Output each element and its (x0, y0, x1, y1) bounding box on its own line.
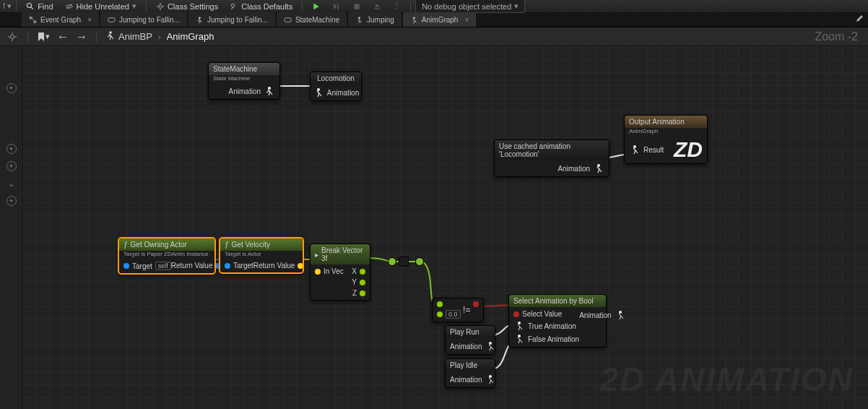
find-button[interactable]: Find (21, 1, 58, 12)
state-icon (284, 16, 292, 24)
node-output-animation[interactable]: Output Animation AnimGraph Result ZD (624, 115, 708, 164)
nav-forward-button[interactable]: 🡒 (74, 30, 87, 43)
pin-target[interactable]: Target (225, 262, 253, 270)
pose-icon (313, 87, 324, 98)
pin-result[interactable] (473, 301, 479, 307)
more-button[interactable]: ⋮ (388, 1, 406, 12)
graph-canvas[interactable]: StateMachine State Machine Animation Loc… (23, 46, 868, 409)
nav-back-button[interactable]: 🡐 (56, 30, 69, 43)
play-icon (312, 2, 321, 11)
tab-label: Event Graph (40, 16, 81, 24)
step-button[interactable] (327, 1, 346, 12)
tab-jumping-fallin-2[interactable]: Jumping to Fallin... (188, 12, 275, 27)
zd-logo: ZD (674, 139, 703, 160)
tab-animgraph[interactable]: AnimGraph × (403, 12, 476, 27)
gear-icon (156, 2, 165, 11)
reroute-knot[interactable] (388, 257, 396, 266)
rail-add-3[interactable]: + (0, 158, 22, 175)
pin-in-vec[interactable]: In Vec (315, 267, 344, 275)
node-statemachine[interactable]: StateMachine State Machine Animation (208, 62, 280, 100)
node-break-vector[interactable]: ▸Break Vector 3f In Vec X Y Z (310, 244, 370, 301)
reroute-knot[interactable] (415, 257, 424, 266)
pin-return-value[interactable]: Return Value (253, 262, 304, 270)
pin-animation-in[interactable]: Animation (313, 87, 359, 98)
node-get-owning-actor[interactable]: ƒGet Owning Actor Target is Paper ZDAnim… (118, 238, 215, 274)
node-play-idle[interactable]: Play Idle Animation (445, 358, 495, 388)
pin-b[interactable]: 0.0 (437, 310, 461, 319)
svg-point-3 (159, 4, 162, 8)
node-play-run[interactable]: Play Run Animation (445, 325, 495, 355)
node-subtitle: State Machine (209, 75, 279, 83)
operator-label: != (463, 305, 470, 315)
svg-point-15 (199, 17, 201, 19)
node-title: Get Velocity (232, 241, 270, 249)
node-get-velocity[interactable]: ƒGet Velocity Target is Actor Target Ret… (220, 238, 303, 273)
pin-label: False Animation (528, 335, 579, 343)
svg-point-17 (358, 17, 360, 19)
close-icon[interactable]: × (464, 16, 469, 24)
svg-point-18 (413, 17, 415, 19)
pencil-icon[interactable] (855, 14, 864, 25)
bookmark-icon[interactable]: ▾ (37, 30, 50, 43)
pin-true-animation[interactable]: True Animation (513, 321, 579, 331)
pin-animation-out[interactable]: Animation (450, 341, 496, 351)
node-select-animation-by-bool[interactable]: Select Animation by Bool Select Value Tr… (508, 294, 607, 348)
node-subtitle: Target is Paper ZDAnim Instance (119, 251, 214, 259)
tab-label: AnimGraph (422, 16, 459, 24)
play-button[interactable] (307, 1, 326, 12)
rail-add-1[interactable]: + (0, 79, 22, 97)
pin-label: Animation (450, 376, 482, 384)
svg-rect-9 (354, 4, 360, 9)
pin-select-value[interactable]: Select Value (513, 310, 579, 318)
pin-target[interactable]: Targetself (123, 262, 171, 270)
node-title: Use cached animation 'Locomotion' (499, 142, 604, 158)
svg-point-31 (619, 311, 622, 314)
pin-animation-out[interactable]: Animation (450, 374, 496, 384)
svg-point-26 (317, 88, 320, 91)
svg-rect-14 (108, 17, 115, 22)
tab-event-graph[interactable]: Event Graph × (22, 12, 99, 27)
class-settings-button[interactable]: Class Settings (151, 1, 223, 12)
class-defaults-button[interactable]: Class Defaults (225, 1, 298, 12)
tab-jumping-fallin-1[interactable]: Jumping to Fallin... (100, 12, 187, 27)
pin-value[interactable]: 0.0 (446, 310, 461, 319)
pin-return-value[interactable]: Return Value (171, 262, 222, 270)
pin-result[interactable]: Result (629, 145, 664, 155)
side-rail: + + + ⌄ + (0, 46, 23, 409)
node-locomotion[interactable]: Locomotion Animation (310, 72, 362, 101)
tab-statemachine[interactable]: StateMachine (277, 12, 347, 27)
debug-object-dropdown[interactable]: No debug object selected ▾ (415, 0, 525, 13)
gear-icon[interactable] (6, 30, 19, 43)
node-subtitle: Target is Actor (220, 251, 303, 259)
run-icon (355, 16, 363, 24)
stop-button[interactable] (347, 1, 366, 12)
node-use-cached-animation[interactable]: Use cached animation 'Locomotion' Animat… (494, 139, 609, 177)
pin-value: self (155, 262, 171, 270)
pin-y[interactable]: Y (352, 278, 365, 286)
pose-icon (485, 374, 496, 384)
rail-add-4[interactable]: + (0, 192, 22, 210)
close-icon[interactable]: × (87, 16, 92, 24)
chevron-down-icon: ▾ (514, 1, 518, 11)
node-not-equal[interactable]: 0.0 != (432, 298, 484, 322)
node-title: Play Run (450, 328, 479, 336)
pin-false-animation[interactable]: False Animation (513, 334, 579, 344)
pin-animation-out[interactable]: Animation (229, 86, 275, 96)
reroute-box[interactable] (399, 257, 409, 267)
breadcrumb-blueprint[interactable]: AnimBP (105, 30, 152, 43)
pin-x[interactable]: X (352, 267, 365, 275)
breadcrumb-bar: ▾ 🡐 🡒 AnimBP › AnimGraph Zoom -2 (0, 27, 868, 46)
breadcrumb-graph-label[interactable]: AnimGraph (167, 31, 214, 42)
rail-collapse[interactable]: ⌄ (0, 175, 22, 192)
hide-unrelated-button[interactable]: Hide Unrelated ▾ (60, 1, 142, 12)
pin-animation-out[interactable]: Animation (558, 163, 604, 173)
eject-button[interactable] (368, 1, 386, 12)
rail-add-2[interactable]: + (0, 140, 22, 158)
pin-animation-out[interactable]: Animation (579, 310, 625, 320)
pin-z[interactable]: Z (352, 289, 365, 297)
hide-icon (65, 2, 74, 11)
pin-a[interactable] (437, 301, 461, 307)
tab-jumping[interactable]: Jumping (348, 12, 402, 27)
stop-icon (352, 2, 361, 11)
search-icon (26, 2, 35, 11)
